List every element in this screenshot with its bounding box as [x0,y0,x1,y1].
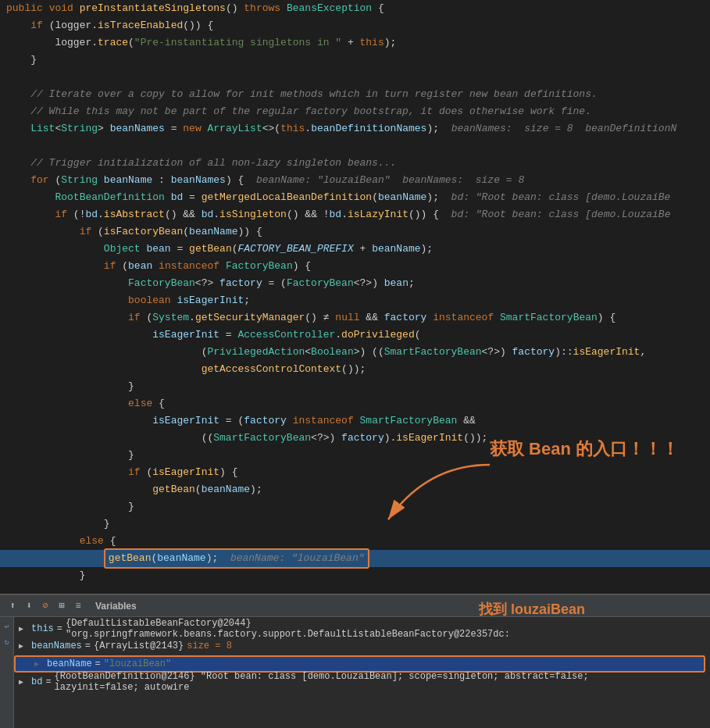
debug-icon-5[interactable]: ≡ [72,600,84,612]
code-line-7: // While this may not be part of the reg… [0,103,710,120]
code-line-6: // Iterate over a copy to allow for init… [0,86,710,103]
code-line-22: getAccessControlContext()); [0,361,710,378]
annotation-overlay: 获取 Bean 的入口！！！ [490,437,679,461]
annotation-bottom-text: 找到 louzaiBean [479,601,585,617]
debug-icon-4[interactable]: ⊞ [55,600,68,612]
var-val-beannames: {ArrayList@2143} [94,641,184,651]
code-line-11: for (String beanName : beanNames) { bean… [0,172,710,189]
code-line-8: List<String> beanNames = new ArrayList<>… [0,120,710,137]
debugger-toolbar: ⬆ ⬇ ⊘ ⊞ ≡ Variables 找到 louzaiBean [0,595,710,617]
code-line-32: else { [0,533,710,550]
code-line-23: } [0,378,710,395]
annotation-bottom: 找到 louzaiBean [479,600,585,619]
variables-label: Variables [95,601,137,612]
code-line-18: boolean isEagerInit; [0,292,710,309]
code-line-5 [0,69,710,86]
code-line-13: if (!bd.isAbstract() && bd.isSingleton()… [0,206,710,223]
var-size-beannames: size = 8 [187,641,232,651]
code-line-4: } [0,52,710,69]
main-container: public void preInstantiateSingletons() t… [0,0,710,728]
code-line-16: if (bean instanceof FactoryBean) { [0,258,710,275]
var-eq-beannames: = [85,641,91,651]
debug-var-row-beanname[interactable]: ▶ beanName = "louzaiBean" [14,655,705,673]
var-val-this: {DefaultListableBeanFactory@2044} "org.s… [66,618,612,640]
debug-icon-1[interactable]: ⬆ [6,600,19,612]
code-line-31: } [0,516,710,533]
expand-icon-beannames[interactable]: ▶ [19,641,28,651]
code-line-10: // Trigger initialization of all non-laz… [0,155,710,172]
var-name-bd: bd [31,676,42,687]
code-line-29: getBean(beanName); [0,481,710,498]
debug-var-row-bd[interactable]: ▶ bd = {RootBeanDefinition@2146} "Root b… [0,673,710,691]
code-line-34: } [0,567,710,584]
code-line-9 [0,137,710,155]
debug-var-row-beannames[interactable]: ▶ beanNames = {ArrayList@2143} size = 8 [0,637,710,655]
debug-icon-3[interactable]: ⊘ [39,600,52,612]
code-line-28: if (isEagerInit) { [0,464,710,481]
var-eq-this: = [57,623,62,634]
debug-icon-2[interactable]: ⬇ [23,600,35,612]
var-val-beanname: "louzaiBean" [104,658,171,669]
code-line-20: isEagerInit = AccessController.doPrivile… [0,327,710,344]
code-line-1: public void preInstantiateSingletons() t… [0,0,710,17]
code-line-19: if (System.getSecurityManager() ≠ null &… [0,309,710,327]
expand-icon-this[interactable]: ▶ [19,624,28,633]
code-line-12: RootBeanDefinition bd = getMergedLocalBe… [0,189,710,206]
var-eq-bd: = [45,676,51,687]
code-line-15: Object bean = getBean(FACTORY_BEAN_PREFI… [0,241,710,258]
code-line-33: getBean(beanName); beanName: "louzaiBean… [0,550,710,567]
var-eq-beanname: = [95,658,101,669]
debug-left-icons: ⬆ ⬇ ⊘ ⊞ ≡ [6,600,84,612]
code-line-14: if (isFactoryBean(beanName)) { [0,223,710,241]
debug-var-row-this[interactable]: ▶ this = {DefaultListableBeanFactory@204… [0,620,710,637]
var-name-beanname: beanName [47,658,92,669]
code-line-21: (PrivilegedAction<Boolean>) ((SmartFacto… [0,344,710,361]
code-line-25: isEagerInit = (factory instanceof SmartF… [0,412,710,430]
var-name-this: this [31,623,54,634]
annotation-arrow [365,457,521,535]
debugger-panel: ⬆ ⬇ ⊘ ⊞ ≡ Variables 找到 louzaiBean ↩ ↻ ▶ [0,594,710,728]
code-line-30: } [0,498,710,516]
code-line-3: logger.trace("Pre-instantiating singleto… [0,34,710,52]
code-line-2: if (logger.isTraceEnabled()) { [0,17,710,34]
expand-icon-beanname[interactable]: ▶ [34,659,44,669]
expand-icon-bd[interactable]: ▶ [19,677,28,687]
var-name-beannames: beanNames [31,641,82,651]
code-line-24: else { [0,395,710,412]
var-val-bd: {RootBeanDefinition@2146} "Root bean: cl… [55,671,601,693]
code-editor: public void preInstantiateSingletons() t… [0,0,710,594]
debug-var-list: ↩ ↻ ▶ this = {DefaultListableBeanFactory… [0,617,710,694]
code-line-17: FactoryBean<?> factory = (FactoryBean<?>… [0,275,710,292]
